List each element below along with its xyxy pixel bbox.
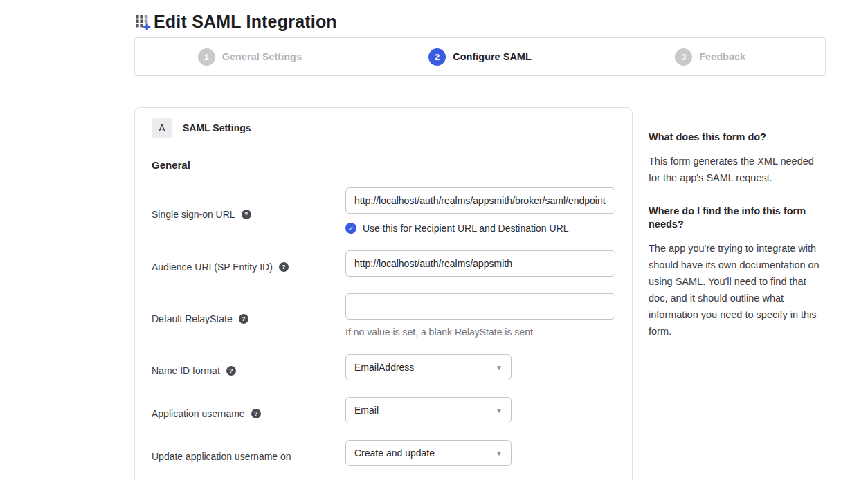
- step-configure-saml[interactable]: 2 Configure SAML: [365, 38, 595, 75]
- step-label: General Settings: [222, 51, 302, 62]
- section-title: SAML Settings: [183, 122, 251, 133]
- select-value: EmailAddress: [354, 362, 414, 373]
- help-sidebar: What does this form do? This form genera…: [649, 107, 826, 358]
- default-relaystate-input[interactable]: [345, 293, 615, 320]
- sso-url-label: Single sign-on URL: [152, 209, 235, 220]
- step-general-settings[interactable]: 1 General Settings: [135, 38, 365, 75]
- help-heading: Where do I find the info this form needs…: [649, 205, 826, 231]
- card-header: A SAML Settings: [152, 118, 615, 138]
- content-area: A SAML Settings General Single sign-on U…: [134, 107, 868, 480]
- step-number-badge: 3: [675, 48, 692, 66]
- chevron-down-icon: ▼: [496, 364, 503, 371]
- help-icon[interactable]: ?: [279, 262, 289, 272]
- step-label: Configure SAML: [453, 51, 532, 62]
- recipient-url-checkbox[interactable]: ✓: [345, 223, 356, 234]
- audience-uri-label: Audience URI (SP Entity ID): [152, 261, 273, 273]
- field-row-name-id-format: Name ID format ? EmailAddress ▼: [152, 354, 615, 380]
- help-heading: What does this form do?: [649, 131, 826, 144]
- chevron-down-icon: ▼: [496, 450, 503, 457]
- field-row-audience-uri: Audience URI (SP Entity ID) ?: [152, 250, 615, 277]
- help-icon[interactable]: ?: [226, 366, 236, 376]
- help-icon[interactable]: ?: [242, 210, 251, 219]
- field-row-sso-url: Single sign-on URL ? ✓ Use this for Reci…: [152, 187, 615, 234]
- select-value: Email: [354, 405, 379, 416]
- help-icon[interactable]: ?: [239, 314, 248, 324]
- audience-uri-input[interactable]: [345, 250, 615, 277]
- update-app-username-label: Update application username on: [152, 451, 291, 462]
- wizard-stepper: 1 General Settings 2 Configure SAML 3 Fe…: [134, 37, 826, 76]
- app-grid-plus-icon: [134, 12, 152, 30]
- saml-settings-card: A SAML Settings General Single sign-on U…: [134, 107, 633, 480]
- application-username-select[interactable]: Email ▼: [345, 397, 512, 423]
- field-row-update-app-username: Update application username on Create an…: [152, 440, 615, 466]
- step-label: Feedback: [699, 51, 745, 62]
- subsection-title: General: [152, 159, 615, 171]
- field-row-default-relaystate: Default RelayState ? If no value is set,…: [152, 293, 615, 338]
- step-number-badge: 1: [198, 48, 215, 66]
- recipient-url-checkbox-label: Use this for Recipient URL and Destinati…: [363, 223, 569, 234]
- sso-url-input[interactable]: [345, 187, 615, 214]
- name-id-format-label: Name ID format: [152, 365, 220, 376]
- default-relaystate-label: Default RelayState: [152, 313, 233, 324]
- field-row-application-username: Application username ? Email ▼: [152, 397, 615, 423]
- step-feedback[interactable]: 3 Feedback: [595, 38, 825, 75]
- page-header: Edit SAML Integration: [0, 0, 868, 35]
- step-number-badge: 2: [428, 48, 446, 66]
- page-title: Edit SAML Integration: [154, 12, 337, 32]
- chevron-down-icon: ▼: [496, 407, 503, 414]
- section-badge: A: [152, 118, 172, 138]
- help-body: The app you're trying to integrate with …: [649, 240, 826, 340]
- application-username-label: Application username: [152, 408, 245, 419]
- name-id-format-select[interactable]: EmailAddress ▼: [345, 354, 512, 380]
- update-app-username-select[interactable]: Create and update ▼: [345, 440, 512, 466]
- help-icon[interactable]: ?: [251, 409, 261, 418]
- select-value: Create and update: [354, 447, 435, 459]
- help-body: This form generates the XML needed for t…: [649, 153, 826, 186]
- relaystate-hint: If no value is set, a blank RelayState i…: [345, 326, 615, 338]
